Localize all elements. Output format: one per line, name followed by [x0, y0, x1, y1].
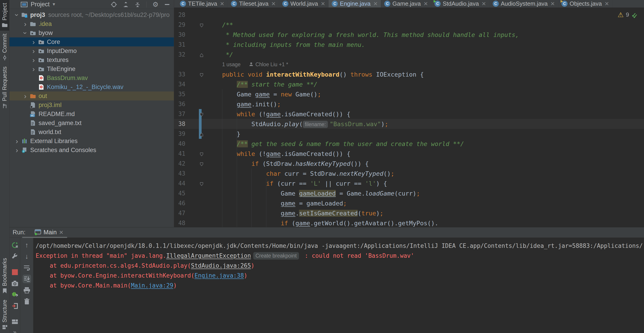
stack-trace-link[interactable]: Main.java:29: [131, 282, 174, 289]
chevron-down-icon[interactable]: ›: [22, 29, 29, 37]
stripe-button-commit[interactable]: Commit: [0, 31, 9, 63]
fold-down-icon[interactable]: [200, 151, 204, 158]
close-icon[interactable]: ✕: [59, 229, 64, 236]
tree-item-tileengine[interactable]: ›TileEngine: [10, 64, 174, 73]
close-icon[interactable]: ✕: [220, 1, 224, 7]
tree-item-komiku-12-bicycle-wav[interactable]: Komiku_-_12_-_Bicycle.wav: [10, 82, 174, 91]
code-line-32[interactable]: 32 */: [174, 49, 644, 59]
tree-item-out[interactable]: ›out: [10, 91, 174, 100]
close-icon[interactable]: ✕: [550, 1, 555, 7]
tab-world-java[interactable]: CWorld.java✕: [279, 0, 328, 7]
fold-up-icon[interactable]: [200, 131, 204, 138]
close-icon[interactable]: ✕: [482, 1, 486, 7]
code-line-35[interactable]: 35Game game = new Game();: [174, 89, 644, 99]
chevron-right-icon[interactable]: ›: [30, 38, 38, 45]
stripe-button-pull-requests[interactable]: Pull Requests: [0, 63, 9, 112]
tree-item-proj3[interactable]: ›proj3sources root, ~/Desktop/cs61bl/su2…: [10, 10, 174, 19]
chevron-right-icon[interactable]: ›: [30, 56, 38, 63]
stripe-button-project[interactable]: Project: [0, 0, 9, 31]
code-line-48[interactable]: 48if (game.getWorld().getAvatar().getMyP…: [174, 218, 644, 227]
code-line-39[interactable]: 39}: [174, 129, 644, 139]
collapse-all-icon[interactable]: [134, 1, 140, 8]
tree-item-scratches-and-consoles[interactable]: ›Scratches and Consoles: [10, 146, 174, 155]
tab-tileset-java[interactable]: CTileset.java✕: [228, 0, 279, 7]
code-line-44[interactable]: 44if (curr == 'L' || curr == 'l') {: [174, 178, 644, 188]
arrow-up-icon[interactable]: ↑: [22, 241, 31, 249]
fold-down-icon[interactable]: [200, 180, 204, 187]
code-annotation[interactable]: 1 usageChloe Liu +1 *: [222, 61, 288, 68]
locate-icon[interactable]: [111, 1, 117, 8]
tab-stdaudio-java[interactable]: CStdAudio.java✕: [431, 0, 490, 7]
close-icon[interactable]: ✕: [271, 1, 276, 7]
fold-down-icon[interactable]: [200, 71, 204, 78]
code-line-33[interactable]: 33public void interactWithKeyboard() thr…: [174, 69, 644, 79]
scroll-to-end-icon[interactable]: [22, 275, 31, 283]
tree-item-byow[interactable]: ›byow: [10, 28, 174, 37]
code-line-46[interactable]: 46game = gameLoaded;: [174, 198, 644, 208]
tab-game-java[interactable]: CGame.java✕: [381, 0, 431, 7]
chevron-right-icon[interactable]: ›: [30, 47, 38, 54]
chevron-right-icon[interactable]: ›: [13, 147, 21, 154]
run-tab-main[interactable]: Main ✕: [32, 227, 66, 238]
chevron-right-icon[interactable]: ›: [13, 138, 21, 145]
close-icon[interactable]: ✕: [373, 1, 378, 7]
code-line-34[interactable]: 34/** start the game **/: [174, 79, 644, 89]
tree-item-external-libraries[interactable]: ›External Libraries: [10, 137, 174, 146]
code-line-31[interactable]: 31 * including inputs from the main menu…: [174, 40, 644, 49]
close-icon[interactable]: ✕: [424, 1, 428, 7]
print-icon[interactable]: [22, 286, 31, 295]
code-line-36[interactable]: 36game.init();: [174, 99, 644, 109]
tab-engine-java[interactable]: CEngine.java✕: [328, 0, 381, 7]
chevron-down-icon[interactable]: ▼: [52, 2, 56, 7]
layout-icon[interactable]: [10, 318, 19, 326]
close-icon[interactable]: ✕: [321, 1, 325, 7]
run-console-output[interactable]: /opt/homebrew/Cellar/openjdk/18.0.1.1/li…: [33, 238, 644, 333]
tree-item-readme-md[interactable]: MDREADME.md: [10, 109, 174, 118]
inspections-widget[interactable]: ⚠ 9 ✓✓: [618, 11, 639, 19]
tree-item-proj3-iml[interactable]: proj3.iml: [10, 100, 174, 109]
fold-down-icon[interactable]: [200, 22, 204, 29]
tree-item-saved-game-txt[interactable]: saved_game.txt: [10, 118, 174, 127]
tree-item--idea[interactable]: ›.idea: [10, 19, 174, 28]
tree-item-inputdemo[interactable]: ›InputDemo: [10, 46, 174, 55]
wrench-icon[interactable]: [10, 252, 19, 261]
tree-item-textures[interactable]: ›textures: [10, 55, 174, 64]
camera-icon[interactable]: [10, 279, 19, 288]
close-icon[interactable]: ✕: [604, 1, 609, 7]
code-line-40[interactable]: 40/** get the seed & name from the user …: [174, 139, 644, 149]
fold-up-icon[interactable]: [200, 52, 204, 58]
chevron-down-icon[interactable]: ›: [14, 11, 20, 19]
tree-item-core[interactable]: ›Core: [10, 37, 174, 46]
arrow-down-icon[interactable]: ↓: [22, 252, 31, 261]
soft-wrap-icon[interactable]: [22, 263, 31, 272]
stripe-button-structure[interactable]: Structure: [0, 297, 9, 333]
tab-audiosystem-java[interactable]: CAudioSystem.java✕: [490, 0, 558, 7]
settings-gear-icon[interactable]: ⚙: [152, 0, 158, 8]
code-line-28[interactable]: 28: [174, 10, 644, 20]
tab-objects-java[interactable]: CObjects.java✕: [558, 0, 612, 7]
attach-debugger-icon[interactable]: [10, 291, 19, 299]
chevron-right-icon[interactable]: ›: [22, 93, 29, 100]
code-line-42[interactable]: 42if (StdDraw.hasNextKeyTyped()) {: [174, 159, 644, 169]
rerun-icon[interactable]: [10, 241, 19, 249]
code-line-29[interactable]: 29/**: [174, 20, 644, 30]
hide-panel-icon[interactable]: [164, 3, 170, 5]
code-line-47[interactable]: 47game.setIsGameCreated(true);: [174, 208, 644, 218]
stack-trace-link[interactable]: StdAudio.java:265: [191, 262, 251, 269]
code-line-30[interactable]: 30 * Method used for exploring a fresh w…: [174, 30, 644, 40]
code-line-37[interactable]: 37while (!game.isGameCreated()) {: [174, 109, 644, 119]
stop-icon[interactable]: [10, 268, 19, 277]
code-line-43[interactable]: 43char curr = StdDraw.nextKeyTyped();: [174, 169, 644, 178]
code-line-45[interactable]: 45Game gameLoaded = Game.loadGame(curr);: [174, 188, 644, 198]
tree-item-bassdrum-wav[interactable]: BassDrum.wav: [10, 73, 174, 82]
fold-down-icon[interactable]: [200, 161, 204, 168]
code-line-41[interactable]: 41while (!game.isGameCreated()) {: [174, 149, 644, 159]
chevron-right-icon[interactable]: ›: [30, 65, 38, 72]
exit-icon[interactable]: [10, 302, 19, 310]
code-line-38[interactable]: 38StdAudio.play(filename:"BassDrum.wav")…: [174, 119, 644, 129]
more-actions-chevron[interactable]: »: [13, 329, 16, 333]
clear-icon[interactable]: [22, 297, 31, 306]
tree-item-world-txt[interactable]: world.txt: [10, 127, 174, 137]
tab-tetile-java[interactable]: CTETile.java✕: [177, 0, 228, 7]
stack-trace-link[interactable]: Engine.java:38: [194, 272, 244, 279]
